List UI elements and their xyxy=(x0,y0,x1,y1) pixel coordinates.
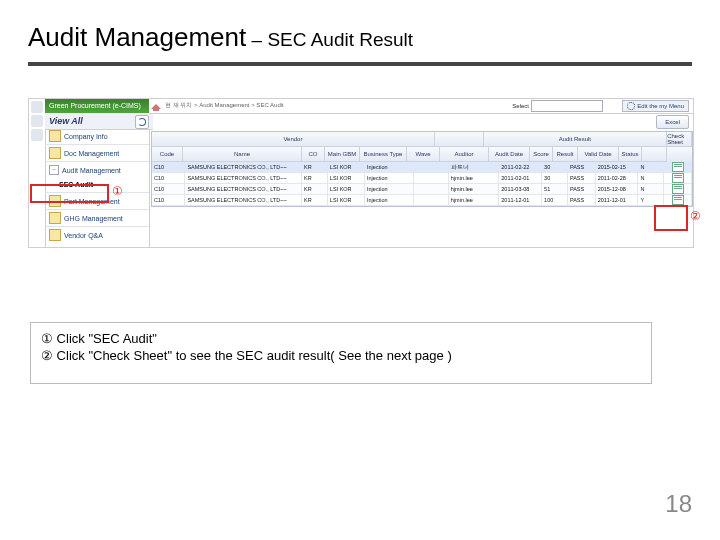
folder-icon xyxy=(49,130,61,142)
view-all-header: View All xyxy=(45,113,153,130)
excel-button[interactable]: Excel xyxy=(656,115,689,129)
sidebar-divider xyxy=(45,161,149,162)
home-icon[interactable] xyxy=(151,101,161,111)
col-score: Score xyxy=(530,147,553,162)
sidebar-item-label: Company Info xyxy=(64,133,108,140)
results-table: Vendor Audit Result Check Sheet Code Nam… xyxy=(151,131,693,207)
callout-2-box xyxy=(654,205,688,231)
table-row[interactable]: C10 SAMSUNG ELECTRONICS CO., LTD~~ KR LS… xyxy=(152,195,692,206)
col-code: Code xyxy=(152,147,183,162)
sidebar-item-label: Audit Management xyxy=(62,167,121,174)
sidebar-divider xyxy=(45,144,149,145)
cell-name: SAMSUNG ELECTRONICS CO., LTD~~ xyxy=(185,184,302,195)
cell-co: KR xyxy=(302,184,328,195)
col-auditor: Auditor xyxy=(440,147,489,162)
sidebar-item-label: Vendor Q&A xyxy=(64,232,103,239)
cell-name: SAMSUNG ELECTRONICS CO., LTD~~ xyxy=(185,195,302,206)
cell-check-sheet xyxy=(664,173,692,184)
title-sep: – xyxy=(246,29,267,50)
sidebar-divider xyxy=(45,209,149,210)
folder-icon xyxy=(49,147,61,159)
cell-valid: 2015-02-15 xyxy=(596,162,639,173)
check-sheet-icon[interactable] xyxy=(672,184,684,194)
table-row[interactable]: C10 SAMSUNG ELECTRONICS CO., LTD~~ KR LS… xyxy=(152,184,692,195)
folder-icon xyxy=(49,229,61,241)
select-dropdown[interactable] xyxy=(531,100,603,112)
page-number: 18 xyxy=(665,490,692,518)
cell-bt: Injection xyxy=(365,173,414,184)
cell-name: SAMSUNG ELECTRONICS CO., LTD~~ xyxy=(185,162,302,173)
cell-code: C10 xyxy=(152,173,185,184)
sidebar-item-ghg-management[interactable]: GHG Management xyxy=(45,211,149,225)
col-result: Result xyxy=(553,147,578,162)
cell-auditor: hjmin.lee xyxy=(449,173,499,184)
sidebar-item-company-info[interactable]: Company Info xyxy=(45,129,149,143)
cell-wave xyxy=(414,184,449,195)
sidebar-item-label: GHG Management xyxy=(64,215,123,222)
header-group-blank xyxy=(435,132,484,147)
table-row[interactable]: C10 SAMSUNG ELECTRONICS CO., LTD~~ KR LS… xyxy=(152,162,692,173)
cell-date: 2011-03-08 xyxy=(499,184,542,195)
breadcrumb: 현 재 위치 > Audit Management > SEC Audit xyxy=(165,101,284,110)
col-check-sheet xyxy=(642,147,667,162)
gutter-icon[interactable] xyxy=(31,115,43,127)
gear-icon xyxy=(627,102,635,110)
cell-valid: 2011-02-28 xyxy=(596,173,639,184)
col-wave: Wave xyxy=(407,147,440,162)
cell-bt: Injection xyxy=(365,195,414,206)
cell-status: N xyxy=(638,184,664,195)
title-rule xyxy=(28,62,692,66)
col-business-type: Business Type xyxy=(360,147,407,162)
col-main-gbm: Main GBM xyxy=(325,147,360,162)
cell-date: 2011-02-22 xyxy=(499,162,542,173)
gutter-icon[interactable] xyxy=(31,129,43,141)
breadcrumb-bar: 현 재 위치 > Audit Management > SEC Audit Se… xyxy=(149,99,693,114)
check-sheet-icon[interactable] xyxy=(672,173,684,183)
cell-bt: Injection xyxy=(365,184,414,195)
cell-co: KR xyxy=(302,162,328,173)
sidebar-divider xyxy=(45,226,149,227)
cell-valid: 2011-12-01 xyxy=(596,195,639,206)
cell-check-sheet xyxy=(664,162,692,173)
col-audit-date: Audit Date xyxy=(489,147,530,162)
cell-co: KR xyxy=(302,195,328,206)
title-sub: SEC Audit Result xyxy=(267,29,413,50)
instruction-box: ① Click "SEC Audit" ② Click "Check Sheet… xyxy=(30,322,652,384)
table-row[interactable]: C10 SAMSUNG ELECTRONICS CO., LTD~~ KR LS… xyxy=(152,173,692,184)
left-gutter xyxy=(29,99,46,247)
sidebar-item-vendor-qa[interactable]: Vendor Q&A xyxy=(45,228,149,242)
tree-collapse-icon[interactable]: – xyxy=(49,165,59,175)
cell-wave xyxy=(414,162,449,173)
check-sheet-icon[interactable] xyxy=(672,162,684,172)
col-valid-date: Valid Date xyxy=(578,147,619,162)
check-sheet-icon[interactable] xyxy=(672,195,684,205)
brand-bar: Green Procurement (e-CIMS) xyxy=(45,99,153,114)
gutter-icon[interactable] xyxy=(31,101,43,113)
cell-code: C10 xyxy=(152,184,185,195)
cell-score: 100 xyxy=(542,195,568,206)
cell-auditor: 파트너 xyxy=(449,162,499,173)
callout-1-box xyxy=(30,184,109,203)
cell-score: 51 xyxy=(542,184,568,195)
instruction-line-2: ② Click "Check Sheet" to see the SEC aud… xyxy=(41,348,641,363)
cell-result: PASS xyxy=(568,162,596,173)
cell-status: N xyxy=(638,162,664,173)
app-screenshot: Green Procurement (e-CIMS) View All Comp… xyxy=(28,98,694,248)
header-group-vendor: Vendor xyxy=(152,132,435,147)
cell-main: LSI KOR xyxy=(328,162,365,173)
cell-result: PASS xyxy=(568,173,596,184)
cell-code: C10 xyxy=(152,195,185,206)
slide-title: Audit Management – SEC Audit Result xyxy=(28,22,413,53)
view-all-label: View All xyxy=(49,116,83,126)
cell-valid: 2015-12-08 xyxy=(596,184,639,195)
cell-code: C10 xyxy=(152,162,185,173)
cell-wave xyxy=(414,195,449,206)
refresh-icon[interactable] xyxy=(135,115,149,129)
cell-main: LSI KOR xyxy=(328,195,365,206)
edit-my-menu-button[interactable]: Edit the my Menu xyxy=(622,100,689,112)
cell-bt: Injection xyxy=(365,162,414,173)
sidebar-item-doc-management[interactable]: Doc Management xyxy=(45,146,149,160)
cell-wave xyxy=(414,173,449,184)
sidebar-item-audit-management[interactable]: –Audit Management xyxy=(45,163,149,177)
cell-status: N xyxy=(638,173,664,184)
